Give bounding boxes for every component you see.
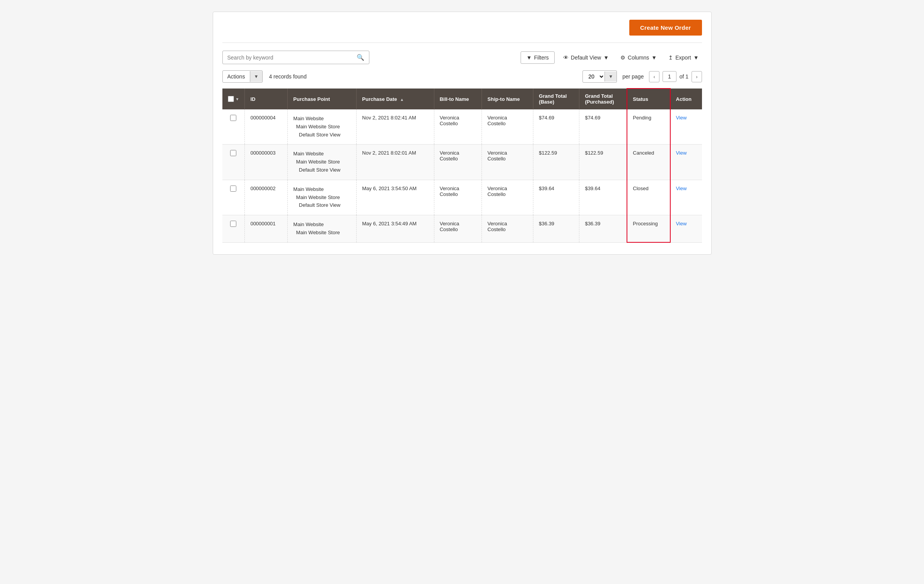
- td-id: 000000003: [245, 145, 288, 180]
- view-link[interactable]: View: [676, 186, 687, 191]
- th-status: Status: [627, 89, 670, 109]
- view-link[interactable]: View: [676, 221, 687, 226]
- td-checkbox: [222, 215, 245, 243]
- search-box: 🔍: [222, 51, 369, 64]
- td-action: View: [670, 109, 702, 145]
- th-grand-total-base: Grand Total(Base): [533, 89, 579, 109]
- search-icon[interactable]: 🔍: [357, 54, 364, 61]
- td-purchase-date: May 6, 2021 3:54:49 AM: [357, 215, 434, 243]
- export-label: Export: [675, 54, 691, 61]
- td-bill-to-name: VeronicaCostello: [434, 145, 482, 180]
- columns-label: Columns: [628, 54, 649, 61]
- page-number: 1: [663, 71, 676, 82]
- th-checkbox: ▼: [222, 89, 245, 109]
- create-new-order-button[interactable]: Create New Order: [629, 20, 702, 36]
- chevron-down-icon-3: ▼: [693, 54, 699, 61]
- sort-icon: ▲: [400, 97, 404, 102]
- table-row: 000000003 Main Website Main Website Stor…: [222, 145, 702, 180]
- td-action: View: [670, 215, 702, 243]
- default-view-button[interactable]: 👁 Default View ▼: [560, 52, 612, 63]
- td-id: 000000001: [245, 215, 288, 243]
- row-checkbox[interactable]: [230, 186, 236, 192]
- filter-icon: ▼: [526, 54, 532, 61]
- columns-button[interactable]: ⚙ Columns ▼: [617, 52, 660, 63]
- td-purchase-point: Main Website Main Website Store Default …: [288, 109, 357, 145]
- header-checkbox-arrow[interactable]: ▼: [236, 97, 239, 101]
- header-bar: Create New Order: [222, 20, 702, 43]
- td-purchase-date: May 6, 2021 3:54:50 AM: [357, 180, 434, 215]
- row-checkbox[interactable]: [230, 150, 236, 156]
- per-page-select[interactable]: 20: [583, 71, 605, 82]
- actions-select[interactable]: Actions: [223, 71, 250, 82]
- th-bill-to-name: Bill-to Name: [434, 89, 482, 109]
- th-grand-total-purchased: Grand Total(Purchased): [579, 89, 627, 109]
- td-grand-total-base: $122.59: [533, 145, 579, 180]
- table-row: 000000002 Main Website Main Website Stor…: [222, 180, 702, 215]
- table-row: 000000001 Main Website Main Website Stor…: [222, 215, 702, 243]
- td-purchase-date: Nov 2, 2021 8:02:01 AM: [357, 145, 434, 180]
- prev-page-button[interactable]: ‹: [649, 71, 659, 82]
- chevron-down-icon-2: ▼: [651, 54, 657, 61]
- td-status: Processing: [627, 215, 670, 243]
- eye-icon: 👁: [563, 54, 569, 61]
- td-bill-to-name: VeronicaCostello: [434, 215, 482, 243]
- pagination: 20 ▼ per page ‹ 1 of 1 ›: [582, 70, 702, 83]
- th-id: ID: [245, 89, 288, 109]
- actions-select-arrow[interactable]: ▼: [250, 71, 263, 82]
- th-purchase-point: Purchase Point: [288, 89, 357, 109]
- default-view-label: Default View: [571, 54, 601, 61]
- select-all-checkbox[interactable]: [228, 96, 234, 102]
- td-purchase-point: Main Website Main Website Store Default …: [288, 145, 357, 180]
- td-bill-to-name: VeronicaCostello: [434, 109, 482, 145]
- td-id: 000000002: [245, 180, 288, 215]
- td-grand-total-purchased: $39.64: [579, 180, 627, 215]
- actions-select-wrapper: Actions ▼: [222, 70, 263, 83]
- td-purchase-point: Main Website Main Website Store Default …: [288, 180, 357, 215]
- export-icon: ↥: [668, 54, 673, 61]
- view-link[interactable]: View: [676, 150, 687, 156]
- toolbar: 🔍 ▼ Filters 👁 Default View ▼ ⚙ Columns ▼: [222, 51, 702, 64]
- th-ship-to-name: Ship-to Name: [482, 89, 533, 109]
- td-grand-total-purchased: $36.39: [579, 215, 627, 243]
- td-id: 000000004: [245, 109, 288, 145]
- per-page-arrow[interactable]: ▼: [605, 72, 617, 82]
- td-grand-total-purchased: $74.69: [579, 109, 627, 145]
- filters-button[interactable]: ▼ Filters: [521, 51, 555, 64]
- td-grand-total-purchased: $122.59: [579, 145, 627, 180]
- orders-table: ▼ ID Purchase Point Purchase Date ▲ Bill…: [222, 88, 702, 243]
- td-ship-to-name: VeronicaCostello: [482, 215, 533, 243]
- td-action: View: [670, 145, 702, 180]
- next-page-button[interactable]: ›: [692, 71, 702, 82]
- per-page-select-wrapper: 20 ▼: [582, 70, 617, 83]
- th-purchase-date[interactable]: Purchase Date ▲: [357, 89, 434, 109]
- td-status: Closed: [627, 180, 670, 215]
- gear-icon: ⚙: [620, 54, 625, 61]
- td-purchase-point: Main Website Main Website Store: [288, 215, 357, 243]
- td-status: Canceled: [627, 145, 670, 180]
- td-checkbox: [222, 180, 245, 215]
- td-status: Pending: [627, 109, 670, 145]
- td-checkbox: [222, 145, 245, 180]
- td-bill-to-name: VeronicaCostello: [434, 180, 482, 215]
- table-row: 000000004 Main Website Main Website Stor…: [222, 109, 702, 145]
- td-purchase-date: Nov 2, 2021 8:02:41 AM: [357, 109, 434, 145]
- td-grand-total-base: $74.69: [533, 109, 579, 145]
- filters-label: Filters: [534, 54, 549, 61]
- td-checkbox: [222, 109, 245, 145]
- actions-bar: Actions ▼ 4 records found 20 ▼ per page …: [222, 70, 702, 83]
- td-ship-to-name: VeronicaCostello: [482, 145, 533, 180]
- toolbar-right: ▼ Filters 👁 Default View ▼ ⚙ Columns ▼ ↥…: [521, 51, 702, 64]
- td-grand-total-base: $39.64: [533, 180, 579, 215]
- records-count: 4 records found: [269, 73, 306, 80]
- per-page-label: per page: [622, 73, 644, 80]
- search-input[interactable]: [227, 54, 357, 61]
- table-header-row: ▼ ID Purchase Point Purchase Date ▲ Bill…: [222, 89, 702, 109]
- row-checkbox[interactable]: [230, 115, 236, 121]
- view-link[interactable]: View: [676, 115, 687, 121]
- export-button[interactable]: ↥ Export ▼: [665, 52, 702, 63]
- td-action: View: [670, 180, 702, 215]
- td-grand-total-base: $36.39: [533, 215, 579, 243]
- td-ship-to-name: VeronicaCostello: [482, 180, 533, 215]
- th-action: Action: [670, 89, 702, 109]
- row-checkbox[interactable]: [230, 221, 236, 227]
